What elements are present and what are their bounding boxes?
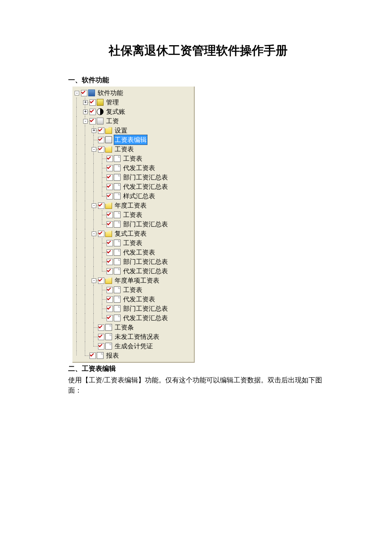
checkbox-icon[interactable] [98, 343, 104, 350]
tree-node-slip[interactable]: 工资条 [72, 323, 194, 332]
checkbox-icon[interactable] [107, 268, 113, 275]
management-icon [97, 99, 104, 106]
doc-icon [105, 333, 112, 340]
tree-label: 工资表 [122, 154, 143, 163]
tree-node-single-folder[interactable]: - 年度单项工资表 [72, 276, 194, 285]
tree-node-voucher[interactable]: 生成会计凭证 [72, 341, 194, 351]
tree-label: 生成会计凭证 [114, 341, 154, 351]
tree-node-fushi-acct[interactable]: + 复式账 [72, 107, 194, 116]
checkbox-icon[interactable] [98, 146, 104, 153]
tree-label-selected: 工资表编辑 [114, 135, 147, 145]
checkbox-icon[interactable] [89, 353, 96, 359]
tree-panel: - 软件功能 + 管理 + 复式账 - 工资 [72, 87, 195, 363]
tree-label: 复式账 [105, 107, 126, 116]
tree-node-fushi-c2[interactable]: 代发工资表 [72, 248, 194, 257]
salary-icon [97, 118, 104, 124]
checkbox-icon[interactable] [89, 118, 96, 124]
doc-icon [105, 324, 112, 331]
folder-open-icon [105, 230, 112, 237]
tree-label: 代发工资表 [122, 248, 156, 257]
doc-icon [114, 211, 121, 218]
checkbox-icon[interactable] [107, 193, 113, 199]
checkbox-icon[interactable] [107, 287, 113, 293]
report-icon [97, 352, 104, 359]
tree-node-unpaid[interactable]: 未发工资情况表 [72, 332, 194, 341]
checkbox-icon[interactable] [107, 259, 113, 265]
tree-label: 设置 [114, 126, 128, 135]
tree-node-sheet-c4[interactable]: 代发工资汇总表 [72, 182, 194, 191]
tree-label: 工资条 [114, 323, 135, 332]
checkbox-icon[interactable] [98, 127, 104, 134]
doc-icon [114, 268, 121, 275]
tree-node-single-c1[interactable]: 工资表 [72, 285, 194, 295]
tree-label: 年度工资表 [114, 201, 147, 210]
checkbox-icon[interactable] [98, 278, 104, 284]
doc-icon [114, 183, 121, 190]
tree-node-settings[interactable]: + 设置 [72, 126, 194, 135]
document-title: 社保离退休工资管理软件操作手册 [68, 43, 328, 59]
tree-node-sheet-folder[interactable]: - 工资表 [72, 145, 194, 154]
doc-icon [114, 258, 121, 265]
doc-icon [114, 174, 121, 181]
tree-node-annual-folder[interactable]: - 年度工资表 [72, 201, 194, 210]
edit-icon [105, 136, 112, 143]
doc-icon [114, 305, 121, 312]
folder-open-icon [105, 146, 112, 153]
tree-node-sheet-c1[interactable]: 工资表 [72, 154, 194, 163]
checkbox-icon[interactable] [98, 137, 104, 143]
folder-open-icon [105, 202, 112, 209]
tree-node-sheet-c5[interactable]: 样式汇总表 [72, 191, 194, 201]
tree-label: 报表 [105, 351, 120, 360]
checkbox-icon[interactable] [107, 156, 113, 162]
checkbox-icon[interactable] [107, 221, 113, 228]
checkbox-icon[interactable] [107, 315, 113, 321]
tree-node-root[interactable]: - 软件功能 [72, 88, 194, 98]
tree-label: 工资表 [122, 238, 143, 248]
tree-label: 复式工资表 [114, 229, 147, 238]
yinyang-icon [97, 108, 104, 115]
tree-node-fushi-c3[interactable]: 部门工资汇总表 [72, 257, 194, 266]
checkbox-icon[interactable] [107, 174, 113, 181]
checkbox-icon[interactable] [98, 334, 104, 340]
doc-icon [114, 221, 121, 228]
tree-label: 部门工资汇总表 [122, 173, 169, 182]
checkbox-icon[interactable] [107, 240, 113, 246]
tree-node-fushi-c4[interactable]: 代发工资汇总表 [72, 266, 194, 276]
tree-label: 工资表 [122, 210, 143, 220]
checkbox-icon[interactable] [98, 202, 104, 209]
doc-icon [114, 165, 121, 171]
checkbox-icon[interactable] [107, 212, 113, 218]
tree-node-sheet-c2[interactable]: 代发工资表 [72, 163, 194, 173]
paragraph: 使用【工资/工资表编辑】功能。仅有这个功能可以编辑工资数据。双击后出现如下图面： [68, 375, 328, 396]
checkbox-icon[interactable] [107, 165, 113, 171]
checkbox-icon[interactable] [107, 249, 113, 256]
tree-node-single-c2[interactable]: 代发工资表 [72, 295, 194, 304]
tree-node-fushi-c1[interactable]: 工资表 [72, 238, 194, 248]
tree-label: 部门工资汇总表 [122, 257, 169, 266]
tree-node-mgmt[interactable]: + 管理 [72, 98, 194, 107]
checkbox-icon[interactable] [98, 324, 104, 331]
tree-label: 部门工资汇总表 [122, 304, 169, 313]
checkbox-icon[interactable] [89, 109, 96, 115]
checkbox-icon[interactable] [81, 90, 87, 96]
checkbox-icon[interactable] [89, 99, 96, 106]
tree-label: 代发工资表 [122, 163, 156, 173]
tree-node-sheet-c3[interactable]: 部门工资汇总表 [72, 173, 194, 182]
checkbox-icon[interactable] [98, 231, 104, 237]
checkbox-icon[interactable] [107, 296, 113, 303]
checkbox-icon[interactable] [107, 184, 113, 190]
checkbox-icon[interactable] [107, 306, 113, 312]
tree-node-single-c4[interactable]: 代发工资汇总表 [72, 313, 194, 323]
tree-node-annual-c2[interactable]: 部门工资汇总表 [72, 220, 194, 229]
tree-node-report[interactable]: 报表 [72, 351, 194, 360]
doc-icon [114, 296, 121, 303]
folder-open-icon [105, 277, 112, 284]
tree-label: 代发工资汇总表 [122, 313, 169, 323]
tree-node-single-c3[interactable]: 部门工资汇总表 [72, 304, 194, 313]
doc-icon [114, 286, 121, 293]
tree-node-fushi-folder[interactable]: - 复式工资表 [72, 229, 194, 238]
tree-node-salary[interactable]: - 工资 [72, 116, 194, 126]
tree-node-annual-c1[interactable]: 工资表 [72, 210, 194, 220]
tree-node-edit[interactable]: 工资表编辑 [72, 135, 194, 145]
tree-label: 代发工资汇总表 [122, 266, 169, 276]
